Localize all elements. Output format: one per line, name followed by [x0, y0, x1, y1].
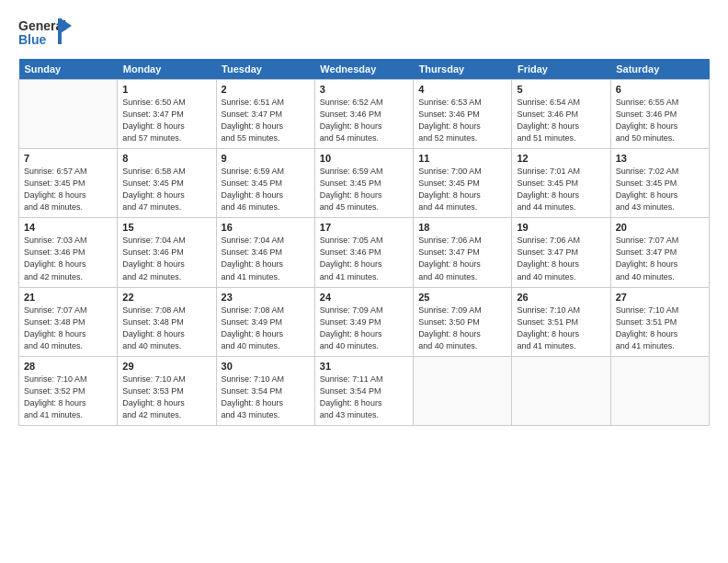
day-number: 2 [222, 84, 310, 95]
calendar-cell: 9Sunrise: 6:59 AM Sunset: 3:45 PM Daylig… [216, 149, 314, 218]
calendar-cell: 23Sunrise: 7:08 AM Sunset: 3:49 PM Dayli… [216, 287, 314, 356]
week-row-1: 1Sunrise: 6:50 AM Sunset: 3:47 PM Daylig… [19, 80, 710, 149]
day-header-sunday: Sunday [19, 59, 118, 80]
cell-info: Sunrise: 7:06 AM Sunset: 3:47 PM Dayligh… [517, 235, 605, 282]
cell-info: Sunrise: 7:04 AM Sunset: 3:46 PM Dayligh… [122, 235, 210, 282]
calendar-cell: 3Sunrise: 6:52 AM Sunset: 3:46 PM Daylig… [314, 80, 413, 149]
calendar-cell: 19Sunrise: 7:06 AM Sunset: 3:47 PM Dayli… [512, 218, 610, 287]
day-number: 17 [320, 222, 408, 233]
calendar-cell: 16Sunrise: 7:04 AM Sunset: 3:46 PM Dayli… [216, 218, 314, 287]
calendar-cell: 8Sunrise: 6:58 AM Sunset: 3:45 PM Daylig… [118, 149, 216, 218]
cell-info: Sunrise: 7:10 AM Sunset: 3:54 PM Dayligh… [222, 373, 310, 421]
day-number: 19 [517, 222, 605, 233]
day-number: 1 [122, 84, 210, 95]
day-number: 26 [517, 292, 605, 303]
cell-info: Sunrise: 7:07 AM Sunset: 3:47 PM Dayligh… [616, 235, 704, 282]
cell-info: Sunrise: 7:06 AM Sunset: 3:47 PM Dayligh… [418, 235, 506, 282]
day-number: 29 [122, 361, 210, 372]
calendar-cell: 24Sunrise: 7:09 AM Sunset: 3:49 PM Dayli… [314, 287, 413, 356]
calendar-cell: 25Sunrise: 7:09 AM Sunset: 3:50 PM Dayli… [414, 287, 512, 356]
cell-info: Sunrise: 6:51 AM Sunset: 3:47 PM Dayligh… [222, 97, 310, 144]
calendar-cell: 18Sunrise: 7:06 AM Sunset: 3:47 PM Dayli… [414, 218, 512, 287]
calendar-cell [414, 356, 512, 425]
day-number: 12 [517, 153, 605, 164]
cell-info: Sunrise: 7:00 AM Sunset: 3:45 PM Dayligh… [418, 166, 506, 213]
week-row-4: 21Sunrise: 7:07 AM Sunset: 3:48 PM Dayli… [19, 287, 710, 356]
logo: GeneralBlue [18, 17, 74, 50]
day-number: 7 [24, 153, 112, 164]
calendar-cell: 17Sunrise: 7:05 AM Sunset: 3:46 PM Dayli… [314, 218, 413, 287]
calendar-cell: 10Sunrise: 6:59 AM Sunset: 3:45 PM Dayli… [314, 149, 413, 218]
day-number: 15 [122, 222, 210, 233]
cell-info: Sunrise: 6:55 AM Sunset: 3:46 PM Dayligh… [616, 97, 704, 144]
day-number: 23 [222, 292, 310, 303]
day-number: 22 [122, 292, 210, 303]
calendar-cell [610, 356, 709, 425]
week-row-3: 14Sunrise: 7:03 AM Sunset: 3:46 PM Dayli… [19, 218, 710, 287]
cell-info: Sunrise: 7:10 AM Sunset: 3:53 PM Dayligh… [122, 373, 210, 421]
week-row-5: 28Sunrise: 7:10 AM Sunset: 3:52 PM Dayli… [19, 356, 710, 425]
calendar-cell: 22Sunrise: 7:08 AM Sunset: 3:48 PM Dayli… [118, 287, 216, 356]
cell-info: Sunrise: 6:57 AM Sunset: 3:45 PM Dayligh… [24, 166, 112, 213]
calendar-cell: 2Sunrise: 6:51 AM Sunset: 3:47 PM Daylig… [216, 80, 314, 149]
cell-info: Sunrise: 7:04 AM Sunset: 3:46 PM Dayligh… [222, 235, 310, 282]
day-number: 28 [24, 361, 112, 372]
day-number: 8 [122, 153, 210, 164]
cell-info: Sunrise: 7:02 AM Sunset: 3:45 PM Dayligh… [616, 166, 704, 213]
calendar-cell: 7Sunrise: 6:57 AM Sunset: 3:45 PM Daylig… [19, 149, 118, 218]
day-number: 16 [222, 222, 310, 233]
day-number: 31 [320, 361, 408, 372]
day-number: 9 [222, 153, 310, 164]
header: GeneralBlue [18, 17, 710, 50]
day-number: 3 [320, 84, 408, 95]
day-header-friday: Friday [512, 59, 610, 80]
cell-info: Sunrise: 6:59 AM Sunset: 3:45 PM Dayligh… [320, 166, 408, 213]
day-number: 18 [418, 222, 506, 233]
calendar-cell: 12Sunrise: 7:01 AM Sunset: 3:45 PM Dayli… [512, 149, 610, 218]
calendar-cell: 27Sunrise: 7:10 AM Sunset: 3:51 PM Dayli… [610, 287, 709, 356]
day-number: 27 [616, 292, 704, 303]
cell-info: Sunrise: 6:53 AM Sunset: 3:46 PM Dayligh… [418, 97, 506, 144]
header-row: SundayMondayTuesdayWednesdayThursdayFrid… [19, 59, 710, 80]
svg-rect-3 [58, 18, 62, 44]
day-number: 21 [24, 292, 112, 303]
day-number: 11 [418, 153, 506, 164]
day-header-monday: Monday [118, 59, 216, 80]
cell-info: Sunrise: 6:59 AM Sunset: 3:45 PM Dayligh… [222, 166, 310, 213]
calendar-cell: 29Sunrise: 7:10 AM Sunset: 3:53 PM Dayli… [118, 356, 216, 425]
calendar-cell: 20Sunrise: 7:07 AM Sunset: 3:47 PM Dayli… [610, 218, 709, 287]
day-number: 14 [24, 222, 112, 233]
day-header-tuesday: Tuesday [216, 59, 314, 80]
day-number: 4 [418, 84, 506, 95]
day-number: 25 [418, 292, 506, 303]
calendar-cell: 21Sunrise: 7:07 AM Sunset: 3:48 PM Dayli… [19, 287, 118, 356]
cell-info: Sunrise: 7:08 AM Sunset: 3:49 PM Dayligh… [222, 304, 310, 352]
logo-svg: GeneralBlue [18, 17, 74, 50]
cell-info: Sunrise: 6:58 AM Sunset: 3:45 PM Dayligh… [122, 166, 210, 213]
page: GeneralBlue SundayMondayTuesdayWednesday… [0, 0, 728, 563]
calendar-cell: 31Sunrise: 7:11 AM Sunset: 3:54 PM Dayli… [314, 356, 413, 425]
calendar-cell: 30Sunrise: 7:10 AM Sunset: 3:54 PM Dayli… [216, 356, 314, 425]
cell-info: Sunrise: 7:01 AM Sunset: 3:45 PM Dayligh… [517, 166, 605, 213]
cell-info: Sunrise: 7:07 AM Sunset: 3:48 PM Dayligh… [24, 304, 112, 352]
cell-info: Sunrise: 6:52 AM Sunset: 3:46 PM Dayligh… [320, 97, 408, 144]
calendar-cell: 11Sunrise: 7:00 AM Sunset: 3:45 PM Dayli… [414, 149, 512, 218]
calendar-cell: 26Sunrise: 7:10 AM Sunset: 3:51 PM Dayli… [512, 287, 610, 356]
cell-info: Sunrise: 7:03 AM Sunset: 3:46 PM Dayligh… [24, 235, 112, 282]
cell-info: Sunrise: 6:50 AM Sunset: 3:47 PM Dayligh… [122, 97, 210, 144]
cell-info: Sunrise: 7:09 AM Sunset: 3:49 PM Dayligh… [320, 304, 408, 352]
svg-text:Blue: Blue [18, 32, 47, 47]
week-row-2: 7Sunrise: 6:57 AM Sunset: 3:45 PM Daylig… [19, 149, 710, 218]
calendar-cell: 5Sunrise: 6:54 AM Sunset: 3:46 PM Daylig… [512, 80, 610, 149]
calendar-cell: 13Sunrise: 7:02 AM Sunset: 3:45 PM Dayli… [610, 149, 709, 218]
cell-info: Sunrise: 7:10 AM Sunset: 3:52 PM Dayligh… [24, 373, 112, 421]
cell-info: Sunrise: 7:09 AM Sunset: 3:50 PM Dayligh… [418, 304, 506, 352]
calendar-cell: 1Sunrise: 6:50 AM Sunset: 3:47 PM Daylig… [118, 80, 216, 149]
calendar-cell [512, 356, 610, 425]
day-number: 6 [616, 84, 704, 95]
calendar-table: SundayMondayTuesdayWednesdayThursdayFrid… [18, 59, 710, 426]
calendar-cell: 14Sunrise: 7:03 AM Sunset: 3:46 PM Dayli… [19, 218, 118, 287]
day-number: 24 [320, 292, 408, 303]
day-number: 10 [320, 153, 408, 164]
cell-info: Sunrise: 7:10 AM Sunset: 3:51 PM Dayligh… [517, 304, 605, 352]
